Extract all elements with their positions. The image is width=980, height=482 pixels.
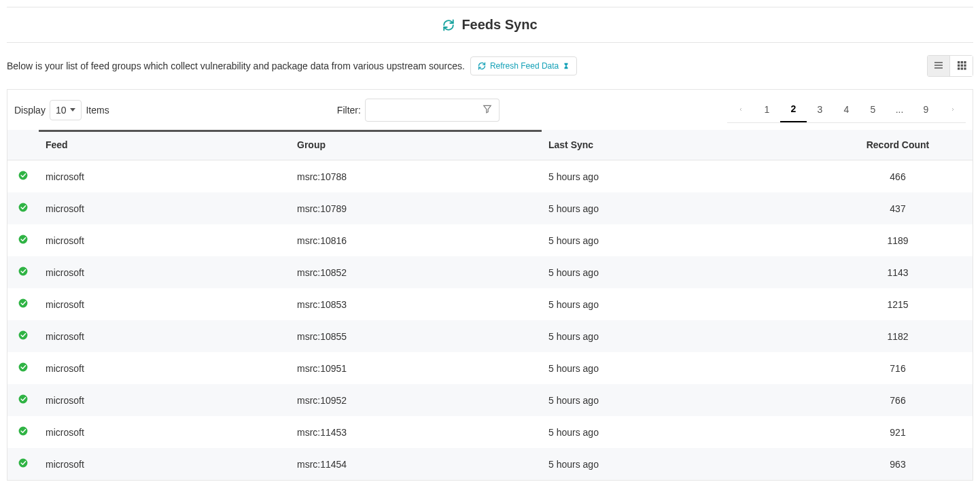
cell-lastsync: 5 hours ago bbox=[542, 288, 823, 320]
cell-count: 437 bbox=[823, 192, 973, 224]
subheader: Below is your list of feed groups which … bbox=[7, 55, 973, 77]
status-ok-icon bbox=[18, 203, 28, 212]
cell-count: 1189 bbox=[823, 224, 973, 256]
cell-lastsync: 5 hours ago bbox=[542, 320, 823, 352]
cell-count: 1182 bbox=[823, 320, 973, 352]
col-lastsync-header[interactable]: Last Sync bbox=[542, 130, 823, 160]
page-3[interactable]: 3 bbox=[807, 97, 833, 122]
status-ok-icon bbox=[18, 330, 28, 340]
display-value: 10 bbox=[56, 105, 67, 116]
cell-count: 921 bbox=[823, 416, 973, 448]
svg-rect-8 bbox=[964, 64, 966, 66]
cell-lastsync: 5 hours ago bbox=[542, 192, 823, 224]
svg-point-15 bbox=[19, 235, 28, 244]
cell-lastsync: 5 hours ago bbox=[542, 384, 823, 416]
cell-lastsync: 5 hours ago bbox=[542, 416, 823, 448]
toolbar: Display 10 Items Filter: 12345...9 bbox=[7, 89, 973, 130]
cell-feed: microsoft bbox=[39, 416, 290, 448]
pagination: 12345...9 bbox=[727, 97, 966, 123]
page-1[interactable]: 1 bbox=[754, 97, 780, 122]
svg-rect-4 bbox=[960, 61, 962, 63]
cell-group: msrc:10788 bbox=[290, 160, 542, 193]
cell-feed: microsoft bbox=[39, 384, 290, 416]
table-row[interactable]: microsoftmsrc:107885 hours ago466 bbox=[7, 160, 973, 193]
cell-group: msrc:11454 bbox=[290, 448, 542, 480]
cell-lastsync: 5 hours ago bbox=[542, 256, 823, 288]
status-ok-icon bbox=[18, 426, 28, 436]
table-row[interactable]: microsoftmsrc:109525 hours ago766 bbox=[7, 384, 973, 416]
table-row[interactable]: microsoftmsrc:108165 hours ago1189 bbox=[7, 224, 973, 256]
svg-point-17 bbox=[19, 299, 28, 308]
filter-label: Filter: bbox=[337, 105, 361, 116]
page-prev[interactable] bbox=[727, 97, 754, 122]
table-row[interactable]: microsoftmsrc:114535 hours ago921 bbox=[7, 416, 973, 448]
view-toggle bbox=[927, 55, 973, 77]
status-ok-icon bbox=[18, 362, 28, 372]
cell-count: 716 bbox=[823, 352, 973, 384]
cell-count: 766 bbox=[823, 384, 973, 416]
col-feed-header[interactable]: Feed bbox=[39, 130, 290, 160]
refresh-icon bbox=[478, 62, 486, 70]
status-ok-icon bbox=[18, 394, 28, 404]
svg-rect-7 bbox=[960, 64, 962, 66]
status-ok-icon bbox=[18, 298, 28, 308]
cell-feed: microsoft bbox=[39, 160, 290, 193]
cell-group: msrc:11453 bbox=[290, 416, 542, 448]
sync-icon bbox=[442, 19, 455, 31]
svg-rect-5 bbox=[964, 61, 966, 63]
list-icon bbox=[933, 60, 944, 73]
svg-point-22 bbox=[19, 459, 28, 468]
display-label: Display bbox=[14, 105, 46, 116]
cell-count: 1215 bbox=[823, 288, 973, 320]
table-row[interactable]: microsoftmsrc:108535 hours ago1215 bbox=[7, 288, 973, 320]
cell-feed: microsoft bbox=[39, 224, 290, 256]
svg-point-20 bbox=[19, 395, 28, 404]
refresh-feed-button[interactable]: Refresh Feed Data bbox=[470, 56, 577, 75]
status-ok-icon bbox=[18, 458, 28, 468]
refresh-label: Refresh Feed Data bbox=[490, 61, 559, 71]
col-count-header[interactable]: Record Count bbox=[823, 130, 973, 160]
table-row[interactable]: microsoftmsrc:107895 hours ago437 bbox=[7, 192, 973, 224]
cell-feed: microsoft bbox=[39, 352, 290, 384]
cell-count: 963 bbox=[823, 448, 973, 480]
hourglass-icon bbox=[563, 62, 570, 70]
filter-button[interactable] bbox=[476, 99, 500, 122]
caret-down-icon bbox=[70, 108, 75, 111]
svg-point-16 bbox=[19, 267, 28, 276]
cell-feed: microsoft bbox=[39, 288, 290, 320]
view-grid-button[interactable] bbox=[950, 55, 973, 77]
svg-rect-10 bbox=[960, 67, 962, 69]
table-row[interactable]: microsoftmsrc:108525 hours ago1143 bbox=[7, 256, 973, 288]
svg-rect-3 bbox=[958, 61, 960, 63]
cell-feed: microsoft bbox=[39, 192, 290, 224]
filter-icon bbox=[483, 104, 492, 116]
table-row[interactable]: microsoftmsrc:114545 hours ago963 bbox=[7, 448, 973, 480]
page-2[interactable]: 2 bbox=[780, 97, 807, 122]
status-ok-icon bbox=[18, 266, 28, 276]
cell-group: msrc:10816 bbox=[290, 224, 542, 256]
subheader-description: Below is your list of feed groups which … bbox=[7, 61, 465, 71]
svg-point-19 bbox=[19, 363, 28, 372]
svg-point-21 bbox=[19, 427, 28, 436]
cell-feed: microsoft bbox=[39, 320, 290, 352]
cell-group: msrc:10853 bbox=[290, 288, 542, 320]
page-5[interactable]: 5 bbox=[860, 97, 886, 122]
page-next[interactable] bbox=[939, 97, 966, 122]
filter-input[interactable] bbox=[365, 99, 480, 122]
table-row[interactable]: microsoftmsrc:109515 hours ago716 bbox=[7, 352, 973, 384]
page-header: Feeds Sync bbox=[7, 7, 973, 43]
svg-point-14 bbox=[19, 203, 28, 212]
display-select[interactable]: 10 bbox=[50, 100, 82, 120]
page-4[interactable]: 4 bbox=[833, 97, 860, 122]
page-title: Feeds Sync bbox=[461, 17, 537, 33]
cell-group: msrc:10855 bbox=[290, 320, 542, 352]
cell-count: 466 bbox=[823, 160, 973, 193]
page-9[interactable]: 9 bbox=[913, 97, 939, 122]
cell-group: msrc:10852 bbox=[290, 256, 542, 288]
view-list-button[interactable] bbox=[927, 55, 950, 77]
cell-group: msrc:10789 bbox=[290, 192, 542, 224]
cell-lastsync: 5 hours ago bbox=[542, 160, 823, 193]
table-row[interactable]: microsoftmsrc:108555 hours ago1182 bbox=[7, 320, 973, 352]
status-ok-icon bbox=[18, 235, 28, 244]
col-group-header[interactable]: Group bbox=[290, 130, 542, 160]
